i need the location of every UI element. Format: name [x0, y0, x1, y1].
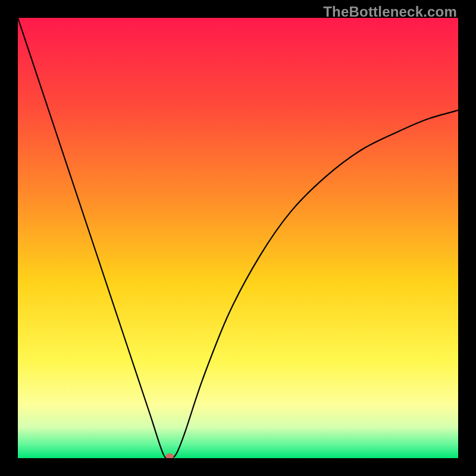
- plot-area: [18, 18, 458, 458]
- watermark-text: TheBottleneck.com: [323, 4, 457, 20]
- curve-layer: [18, 18, 458, 458]
- chart-frame: TheBottleneck.com: [0, 0, 476, 476]
- bottleneck-curve: [18, 18, 458, 458]
- minimum-marker: [166, 453, 174, 458]
